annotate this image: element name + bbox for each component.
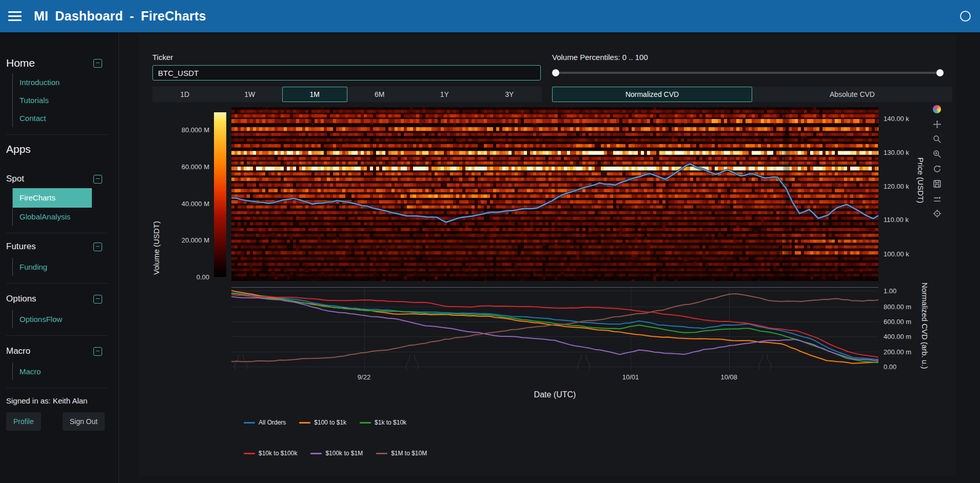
divider xyxy=(6,283,108,284)
reset-axes-icon[interactable] xyxy=(932,164,942,174)
axis-tick-label: 110.00 k xyxy=(884,216,909,224)
legend-item-all-orders[interactable]: All Orders xyxy=(244,419,286,426)
zoom-in-icon[interactable] xyxy=(932,149,942,159)
ticker-label: Ticker xyxy=(152,53,173,62)
legend-swatch xyxy=(244,453,255,454)
axis-tick-label: 1.00 xyxy=(884,287,896,295)
zoom-icon[interactable] xyxy=(932,134,942,144)
section-title-home: Home xyxy=(6,57,35,69)
profile-button[interactable]: Profile xyxy=(6,412,41,431)
volume-percentiles-label: Volume Percentiles: 0 .. 100 xyxy=(552,53,648,62)
divider xyxy=(6,134,108,135)
hamburger-menu-icon[interactable] xyxy=(8,11,22,21)
legend-label: $10k to $100k xyxy=(259,450,297,457)
signout-button[interactable]: Sign Out xyxy=(63,412,105,431)
legend-item-10k-100k[interactable]: $10k to $100k xyxy=(244,450,297,457)
legend-swatch xyxy=(244,422,255,424)
sidebar-item-optionsflow[interactable]: OptionsFlow xyxy=(13,310,92,328)
spot-items: FireCharts GlobalAnalysis xyxy=(12,188,113,226)
axis-tick-label: 60.000 M xyxy=(159,163,209,170)
sidebar-section-apps: Apps xyxy=(6,143,113,155)
divider xyxy=(6,335,108,336)
options-items: OptionsFlow xyxy=(12,310,113,328)
sidebar-section-spot: Spot − xyxy=(6,174,113,184)
volume-colorbar xyxy=(214,112,226,277)
slider-handle-low[interactable] xyxy=(552,69,559,76)
spike-lines-icon[interactable] xyxy=(932,193,942,204)
axis-tick-label: 10/08 xyxy=(720,373,737,381)
axis-tick-label: 80.000 M xyxy=(159,126,209,134)
section-title-options: Options xyxy=(6,294,36,304)
cvd-button-group: Normalized CVD Absolute CVD xyxy=(552,87,952,102)
page-title: MI Dashboard - FireCharts xyxy=(34,9,206,24)
legend-row-1: All Orders $100 to $1k $1k to $10k xyxy=(244,419,406,426)
axis-tick-label: 9/22 xyxy=(358,373,370,381)
range-button-group: 1D 1W 1M 6M 1Y 3Y xyxy=(152,87,542,102)
axis-tick-label: 200.00 m xyxy=(884,348,911,355)
range-button-1y[interactable]: 1Y xyxy=(412,87,477,102)
slider-handle-high[interactable] xyxy=(936,69,944,76)
divider xyxy=(6,388,108,388)
legend-label: $1M to $10M xyxy=(391,450,427,457)
loading-spinner-icon xyxy=(960,11,971,22)
range-button-1m[interactable]: 1M xyxy=(282,87,347,102)
range-button-3y[interactable]: 3Y xyxy=(477,87,542,102)
sidebar: Home − Introduction Tutorials Contact Ap… xyxy=(0,32,119,483)
sidebar-item-macro[interactable]: Macro xyxy=(13,363,92,380)
pan-icon[interactable] xyxy=(932,119,942,129)
save-icon[interactable] xyxy=(932,178,942,189)
hover-closest-icon[interactable] xyxy=(932,208,942,218)
collapse-icon[interactable]: − xyxy=(93,175,102,184)
collapse-icon[interactable]: − xyxy=(93,347,102,356)
sidebar-item-tutorials[interactable]: Tutorials xyxy=(13,91,92,109)
collapse-icon[interactable]: − xyxy=(93,59,102,68)
axis-tick-label: 40.000 M xyxy=(159,199,209,207)
divider xyxy=(6,233,108,233)
axis-tick-label: 130.00 k xyxy=(884,148,909,156)
x-axis-title: Date (UTC) xyxy=(231,390,878,399)
signed-in-text: Signed in as: Keith Alan xyxy=(6,396,113,405)
plotly-logo-icon[interactable] xyxy=(932,104,942,114)
axis-tick-label: 20.000 M xyxy=(159,236,209,244)
legend-item-100k-1m[interactable]: $100k to $1M xyxy=(310,450,363,457)
legend-label: $100k to $1M xyxy=(325,450,363,457)
collapse-icon[interactable]: − xyxy=(93,295,102,304)
range-button-1w[interactable]: 1W xyxy=(218,87,283,102)
sidebar-item-firecharts[interactable]: FireCharts xyxy=(13,188,92,208)
chart-modebar xyxy=(932,104,942,218)
normalized-cvd-button[interactable]: Normalized CVD xyxy=(552,87,752,102)
range-button-6m[interactable]: 6M xyxy=(347,87,413,102)
sidebar-item-introduction[interactable]: Introduction xyxy=(13,73,92,91)
sidebar-section-futures: Futures − xyxy=(6,242,113,252)
sidebar-item-globalanalysis[interactable]: GlobalAnalysis xyxy=(13,208,92,226)
home-items: Introduction Tutorials Contact xyxy=(12,73,113,127)
axis-tick-label: 10/01 xyxy=(622,373,639,381)
sidebar-item-funding[interactable]: Funding xyxy=(13,258,92,276)
legend-item-1m-10m[interactable]: $1M to $10M xyxy=(376,450,427,457)
legend-swatch xyxy=(376,453,387,454)
absolute-cvd-button[interactable]: Absolute CVD xyxy=(752,87,952,102)
axis-tick-label: 140.00 k xyxy=(884,115,909,123)
ticker-input[interactable] xyxy=(152,65,541,80)
sidebar-item-contact[interactable]: Contact xyxy=(13,109,92,127)
legend-swatch xyxy=(310,453,322,454)
futures-items: Funding xyxy=(12,258,113,276)
collapse-icon[interactable]: − xyxy=(93,243,102,251)
legend-label: All Orders xyxy=(259,419,286,426)
firecharts-card: Ticker Volume Percentiles: 0 .. 100 1D 1… xyxy=(139,35,956,476)
cvd-chart-canvas[interactable] xyxy=(231,287,878,370)
volume-axis-title: Volume (USDT) xyxy=(152,221,161,275)
sidebar-section-macro: Macro − xyxy=(6,346,113,356)
volume-percentile-slider[interactable] xyxy=(552,65,944,80)
section-title-spot: Spot xyxy=(6,174,24,184)
legend-item-100-1k[interactable]: $100 to $1k xyxy=(299,419,346,426)
legend-swatch xyxy=(299,422,310,424)
slider-track[interactable] xyxy=(552,72,944,74)
section-title-futures: Futures xyxy=(6,242,36,252)
axis-tick-label: 120.00 k xyxy=(884,182,909,190)
range-button-1d[interactable]: 1D xyxy=(152,87,218,102)
app-header: MI Dashboard - FireCharts xyxy=(0,0,980,32)
legend-item-1k-10k[interactable]: $1k to $10k xyxy=(360,419,406,426)
macro-items: Macro xyxy=(12,363,113,380)
price-heatmap-canvas[interactable] xyxy=(231,107,878,281)
